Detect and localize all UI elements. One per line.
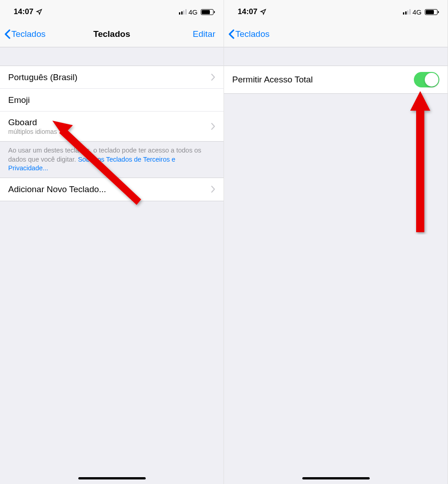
keyboard-item-portuguese[interactable]: Português (Brasil): [0, 66, 224, 89]
red-arrow-annotation: [407, 89, 434, 234]
keyboard-subtitle: múltiplos idiomas: [8, 128, 57, 135]
network-label: 4G: [188, 8, 198, 16]
network-label: 4G: [412, 8, 422, 16]
navigation-bar: Teclados Teclados Editar: [0, 22, 224, 47]
page-title: Teclados: [93, 29, 130, 39]
battery-icon: [201, 9, 214, 15]
full-access-row: Permitir Acesso Total: [224, 66, 448, 93]
edit-button[interactable]: Editar: [193, 29, 215, 39]
svg-rect-3: [416, 109, 424, 232]
home-indicator[interactable]: [302, 477, 370, 479]
add-keyboard-label: Adicionar Novo Teclado...: [8, 184, 106, 194]
privacy-footer: Ao usar um destes teclados, o teclado po…: [0, 142, 224, 178]
keyboard-title: Gboard: [8, 117, 57, 127]
back-button[interactable]: Teclados: [5, 29, 46, 39]
full-access-toggle[interactable]: [414, 72, 439, 87]
keyboards-list: Português (Brasil) Emoji Gboard múltiplo…: [0, 66, 224, 142]
add-keyboard-group: Adicionar Novo Teclado...: [0, 178, 224, 201]
keyboard-title: Português (Brasil): [8, 72, 77, 82]
chevron-left-icon: [5, 29, 10, 39]
location-icon: [36, 9, 42, 15]
screen-full-access: 14:07 4G Teclados: [224, 0, 448, 484]
back-label: Teclados: [11, 29, 46, 39]
screen-keyboards-list: 14:07 4G Teclados Teclados Ed: [0, 0, 224, 484]
content-area: Permitir Acesso Total: [224, 47, 448, 94]
chevron-right-icon: [211, 123, 215, 130]
svg-marker-2: [410, 91, 430, 111]
chevron-right-icon: [211, 186, 215, 193]
status-time: 14:07: [238, 7, 257, 16]
battery-icon: [425, 9, 438, 15]
add-keyboard-button[interactable]: Adicionar Novo Teclado...: [0, 178, 224, 201]
keyboard-item-gboard[interactable]: Gboard múltiplos idiomas: [0, 112, 224, 141]
status-bar: 14:07 4G: [0, 0, 224, 22]
back-label: Teclados: [235, 29, 270, 39]
signal-icon: [179, 9, 187, 15]
chevron-right-icon: [211, 74, 215, 81]
full-access-group: Permitir Acesso Total: [224, 66, 448, 94]
signal-icon: [403, 9, 411, 15]
navigation-bar: Teclados: [224, 22, 448, 47]
keyboard-item-emoji[interactable]: Emoji: [0, 89, 224, 112]
chevron-left-icon: [229, 29, 234, 39]
status-bar: 14:07 4G: [224, 0, 448, 22]
home-indicator[interactable]: [78, 477, 146, 479]
full-access-label: Permitir Acesso Total: [232, 75, 313, 85]
content-area: Português (Brasil) Emoji Gboard múltiplo…: [0, 47, 224, 201]
back-button[interactable]: Teclados: [229, 29, 270, 39]
keyboard-title: Emoji: [8, 95, 30, 105]
location-icon: [260, 9, 266, 15]
status-time: 14:07: [14, 7, 33, 16]
toggle-knob: [425, 73, 438, 87]
